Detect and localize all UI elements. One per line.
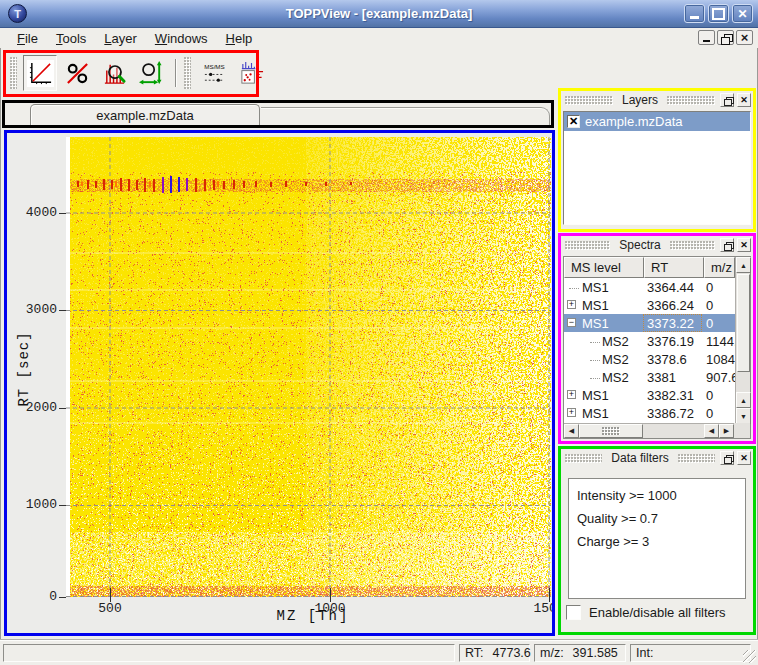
dock-grip[interactable] <box>667 96 715 105</box>
spectra-panel-titlebar[interactable]: Spectra <box>561 236 753 254</box>
mdi-restore-button[interactable] <box>717 30 734 45</box>
horizontal-scrollbar[interactable]: ◀ ◀ ▶ <box>564 423 735 438</box>
expand-icon[interactable] <box>567 390 576 399</box>
dock-grip[interactable] <box>670 241 715 250</box>
scroll-up-icon[interactable]: ▲ <box>736 392 751 408</box>
status-rt-panel: RT:4773.6 <box>459 644 530 662</box>
enable-filters-checkbox[interactable] <box>566 605 581 620</box>
spectrum-row[interactable]: MS1 3386.72 0 <box>564 404 735 422</box>
spectrum-row-selected[interactable]: MS1 3373.22 0 <box>564 314 735 332</box>
mdi-minimize-button[interactable] <box>698 30 715 45</box>
toolbar-handle[interactable] <box>10 57 17 89</box>
layers-list: example.mzData <box>563 111 751 225</box>
float-panel-icon[interactable] <box>720 451 734 465</box>
spectrum-row[interactable]: MS2 3378.6 1084. <box>564 350 735 368</box>
menu-windows[interactable]: Windows <box>146 29 217 48</box>
switch-view-2d-3d-button[interactable] <box>234 55 268 91</box>
reset-zoom-button[interactable] <box>134 55 168 91</box>
tree-line <box>590 342 600 343</box>
collapse-icon[interactable] <box>567 318 576 327</box>
dock-grip[interactable] <box>565 454 602 463</box>
y-tick-mark <box>59 505 66 506</box>
close-panel-icon[interactable] <box>737 238 751 252</box>
filters-panel-titlebar[interactable]: Data filters <box>561 449 753 467</box>
lcms-map-canvas[interactable] <box>66 137 551 597</box>
spectra-panel: Spectra MS level RT m/z MS1 3364.44 0 MS… <box>561 236 753 441</box>
scroll-down-icon[interactable]: ▼ <box>736 408 751 424</box>
y-tick-label: 0 <box>7 589 57 604</box>
filters-panel-title: Data filters <box>607 451 672 465</box>
minimize-button[interactable] <box>684 4 705 23</box>
spectrum-row[interactable]: MS2 3376.19 1144. <box>564 332 735 350</box>
filter-item[interactable]: Quality >= 0.7 <box>577 507 737 530</box>
scroll-right-icon[interactable]: ▶ <box>719 424 734 438</box>
layers-panel: Layers example.mzData <box>561 91 753 229</box>
titlebar[interactable]: T TOPPView - [example.mzData] <box>0 0 758 28</box>
float-panel-icon[interactable] <box>720 93 734 107</box>
show-msms-precursors-button[interactable]: MS/MS <box>197 55 231 91</box>
spectrum-row[interactable]: MS1 3366.24 0 <box>564 296 735 314</box>
x-tick-mark <box>110 588 111 602</box>
y-tick-mark <box>59 408 66 409</box>
filter-item[interactable]: Intensity >= 1000 <box>577 484 737 507</box>
dock-grip[interactable] <box>565 241 610 250</box>
close-panel-icon[interactable] <box>737 93 751 107</box>
vertical-scrollbar[interactable]: ▲ ▲ ▼ <box>735 257 750 425</box>
scroll-left-icon[interactable]: ◀ <box>704 424 719 438</box>
close-panel-icon[interactable] <box>737 451 751 465</box>
filter-item[interactable]: Charge >= 3 <box>577 530 737 553</box>
y-axis-label: RT [sec] <box>16 326 32 412</box>
x-axis-label: MZ [Th] <box>228 608 398 624</box>
layer-item[interactable]: example.mzData <box>564 112 750 131</box>
expand-icon[interactable] <box>567 300 576 309</box>
thumb-grip <box>602 427 620 435</box>
layer-label: example.mzData <box>585 114 683 129</box>
y-tick-mark <box>59 597 66 598</box>
intensity-linear-mode-button[interactable] <box>23 55 57 91</box>
intensity-percentage-mode-button[interactable] <box>60 55 94 91</box>
map-plot-widget[interactable]: 4000 3000 2000 1000 0 500 1000 1500 MZ [… <box>7 133 552 633</box>
menu-layer[interactable]: Layer <box>95 29 146 48</box>
column-header-rt[interactable]: RT <box>644 257 704 278</box>
spectrum-row[interactable]: MS1 3364.44 0 <box>564 278 735 296</box>
tab-example-mzdata[interactable]: example.mzData <box>30 104 260 125</box>
close-button[interactable] <box>732 4 753 23</box>
toolbar-handle-2[interactable] <box>184 57 191 89</box>
menu-help[interactable]: Help <box>217 29 262 48</box>
scroll-left-icon[interactable]: ◀ <box>564 424 579 438</box>
zoom-spectrum-button[interactable] <box>97 55 131 91</box>
status-intensity-panel: Int: <box>630 644 751 662</box>
scrollbar-corner <box>734 423 750 438</box>
scroll-up-icon[interactable]: ▲ <box>736 257 751 273</box>
horizontal-scroll-thumb[interactable] <box>579 424 643 438</box>
window-title: TOPPView - [example.mzData] <box>0 6 758 21</box>
mdi-close-button[interactable] <box>736 30 753 45</box>
menubar: File Tools Layer Windows Help <box>0 28 758 48</box>
resize-grip[interactable] <box>743 650 756 663</box>
layer-visibility-checkbox[interactable] <box>567 115 580 128</box>
vertical-scroll-thumb[interactable] <box>737 274 750 372</box>
expand-icon[interactable] <box>567 408 576 417</box>
menu-file[interactable]: File <box>8 29 47 48</box>
layers-panel-titlebar[interactable]: Layers <box>561 91 753 109</box>
enable-filters-label: Enable/disable all filters <box>589 605 726 620</box>
menu-tools[interactable]: Tools <box>47 29 95 48</box>
status-message-panel <box>3 644 455 662</box>
dock-grip[interactable] <box>565 96 613 105</box>
app-window: T TOPPView - [example.mzData] File Tools… <box>0 0 758 665</box>
float-panel-icon[interactable] <box>720 238 734 252</box>
statusbar: RT:4773.6 m/z:391.585 Int: <box>0 640 758 665</box>
map-red-band-top <box>70 179 551 192</box>
spectrum-row[interactable]: MS2 3381 907.6 <box>564 368 735 386</box>
column-header-ms-level[interactable]: MS level <box>564 257 644 278</box>
y-tick-label: 1000 <box>7 497 57 512</box>
filter-list[interactable]: Intensity >= 1000 Quality >= 0.7 Charge … <box>568 478 746 599</box>
column-header-mz[interactable]: m/z <box>704 257 735 278</box>
tab-bar: example.mzData <box>5 103 551 125</box>
spectra-table: MS level RT m/z MS1 3364.44 0 MS1 3366.2… <box>563 256 751 439</box>
dock-grip[interactable] <box>678 454 715 463</box>
spectrum-row[interactable]: MS1 3382.31 0 <box>564 386 735 404</box>
tree-line <box>590 378 600 379</box>
maximize-button[interactable] <box>708 4 729 23</box>
layers-panel-title: Layers <box>618 93 662 107</box>
